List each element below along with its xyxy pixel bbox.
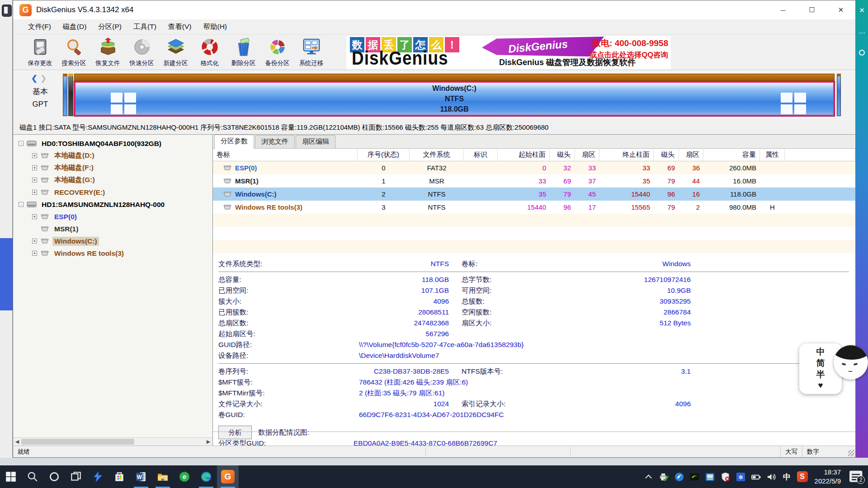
detail-value: 4096 [316,297,449,305]
tray-volume-icon[interactable] [765,468,778,486]
table-row[interactable]: Windows(C:)2NTFS357945154409616118.0GB [213,188,855,201]
taskbar-icon-diskgenius[interactable]: G [217,465,239,488]
tray-chevron-up-icon[interactable] [642,468,656,486]
partition-block-re-tools[interactable] [837,74,841,116]
toolbar-button-new[interactable]: 新建分区 [159,35,193,70]
tab-0[interactable]: 分区参数 [214,135,254,149]
expand-icon[interactable]: + [32,178,37,183]
column-header-5[interactable]: 磁头 [550,149,575,161]
tree-item-1[interactable]: +本地磁盘(D:) [13,150,212,162]
column-header-6[interactable]: 扇区 [575,149,599,161]
tree-item-9[interactable]: +Windows RE tools(3) [13,247,212,259]
column-header-10[interactable]: 容量 [703,149,760,161]
scroll-right-arrow-icon[interactable]: ▶ [204,438,212,446]
expand-icon[interactable]: + [32,214,37,219]
tree-item-8[interactable]: +Windows(C:) [13,235,212,247]
menu-item-2[interactable]: 分区(P) [92,22,127,32]
table-row[interactable]: ESP(0)0FAT3203233336936260.0MB [213,161,855,174]
column-header-1[interactable]: 序号(状态) [358,149,410,161]
menu-item-5[interactable]: 帮助(H) [197,22,233,32]
taskbar-icon-flash-app[interactable] [87,465,108,488]
expand-icon[interactable]: + [32,153,37,158]
analyze-button[interactable]: 分析 [218,426,252,439]
tray-bluebird-icon[interactable] [673,468,686,486]
background-close-icon[interactable]: ✕ [856,6,868,14]
taskbar-icon-edge[interactable] [195,465,217,488]
expand-icon[interactable]: + [32,165,37,170]
background-more-icon[interactable]: ⋯ [856,29,868,37]
menu-item-1[interactable]: 磁盘(D) [57,22,93,32]
taskbar-icon-store[interactable] [108,465,130,488]
tray-printer-check-icon[interactable] [657,468,671,486]
column-header-3[interactable]: 标识 [464,149,498,161]
scroll-left-arrow-icon[interactable]: ◀ [13,438,21,446]
partition-block-esp[interactable] [63,74,67,116]
taskbar-icon-cortana[interactable] [43,465,65,488]
taskbar-icon-start[interactable] [0,465,22,488]
expand-icon[interactable]: + [32,190,37,195]
column-header-0[interactable]: 卷标 [213,149,358,161]
tray-snowflake-icon[interactable]: ❄ [734,468,748,486]
taskbar-icon-task-view[interactable] [65,465,87,488]
taskbar-icon-explorer[interactable] [152,465,174,488]
tree-item-4[interactable]: +RECOVERY(E:) [13,186,212,198]
tree-item-2[interactable]: +本地磁盘(F:) [13,162,212,174]
partition-block-msr[interactable] [68,74,73,116]
toolbar-button-format[interactable]: 格式化 [193,35,226,70]
table-row[interactable]: Windows RE tools(3)3NTFS1544096171556579… [213,201,855,214]
collapse-icon[interactable]: - [19,141,24,146]
close-button[interactable]: ✕ [826,0,855,19]
toolbar-button-search[interactable]: 搜索分区 [57,35,91,70]
toolbar-button-migrate[interactable]: 系统迁移 [294,35,328,70]
menu-item-0[interactable]: 文件(F) [22,22,57,32]
tray-security-shield-icon[interactable] [719,468,732,486]
toolbar-button-recover[interactable]: 恢复文件 [91,35,125,70]
menu-item-3[interactable]: 工具(T) [127,22,162,32]
tree-item-6[interactable]: +ESP(0) [13,211,212,223]
tree-item-7[interactable]: MSR(1) [13,223,212,235]
tree-item-0[interactable]: -HD0:TOSHIBAMQ04ABF100(932GB) [13,137,212,150]
partition-block-windows-c[interactable]: Windows(C:) NTFS 118.0GB [74,74,835,116]
tray-sogou-icon[interactable]: S [796,468,809,486]
tray-intel-graphics-icon[interactable] [703,468,717,486]
toolbar-button-backup[interactable]: 备份分区 [260,35,294,70]
promo-banner[interactable]: 数据丢了怎么！ DiskGenius DiskGenius 致电: 400-00… [346,36,671,69]
expand-icon[interactable]: + [32,239,37,244]
tray-nvidia-icon[interactable] [688,468,702,486]
column-header-9[interactable]: 扇区 [679,149,703,161]
toolbar-button-save[interactable]: 保存更改 [23,35,57,70]
expand-icon[interactable]: + [32,251,37,256]
table-row[interactable]: MSR(1)1MSR33693735794416.0MB [213,174,855,188]
column-header-8[interactable]: 磁头 [654,149,679,161]
column-header-4[interactable]: 起始柱面 [498,149,550,161]
taskbar-clock[interactable]: 18:37 2022/5/9 [815,468,841,486]
notification-center-icon[interactable]: 2 [847,468,865,486]
next-disk-arrow-icon[interactable]: ❯ [40,74,49,83]
column-header-7[interactable]: 终止柱面 [599,149,654,161]
tree-item-5[interactable]: -HD1:SAMSUNGMZNLN128HAHQ-000 [13,198,212,211]
column-header-11[interactable]: 属性 [760,149,785,161]
toolbar-migrate-icon [302,38,321,58]
menu-item-4[interactable]: 查看(V) [162,22,198,32]
tab-2[interactable]: 扇区编辑 [296,135,335,148]
taskbar-icon-word[interactable]: W [130,465,152,488]
tray-ime-zh[interactable]: 中 [780,468,794,486]
toolbar-button-delete[interactable]: 删除分区 [226,35,260,70]
tab-1[interactable]: 浏览文件 [255,135,295,148]
scrollbar-thumb[interactable] [21,439,134,445]
column-header-2[interactable]: 文件系统 [410,149,464,161]
tray-battery-icon[interactable] [750,468,763,486]
partition-detail-panel: 分区参数浏览文件扇区编辑 卷标序号(状态)文件系统标识起始柱面磁头扇区终止柱面磁… [213,135,855,446]
tree-item-label: MSR(1) [52,225,80,234]
taskbar-icon-browser-green[interactable]: e [174,465,195,488]
taskbar-icon-search[interactable] [22,465,43,488]
maximize-button[interactable]: ☐ [797,0,826,19]
minimize-button[interactable]: ─ [769,0,797,19]
tree-horizontal-scrollbar[interactable]: ◀ ▶ [13,437,212,446]
resize-grip[interactable] [848,450,854,456]
tree-item-3[interactable]: +本地磁盘(G:) [13,174,212,186]
toolbar-button-quick[interactable]: 快速分区 [125,35,159,70]
prev-disk-arrow-icon[interactable]: ❮ [31,74,40,83]
ime-floating-widget[interactable]: 中简半♥ [799,343,867,397]
collapse-icon[interactable]: - [19,202,24,207]
